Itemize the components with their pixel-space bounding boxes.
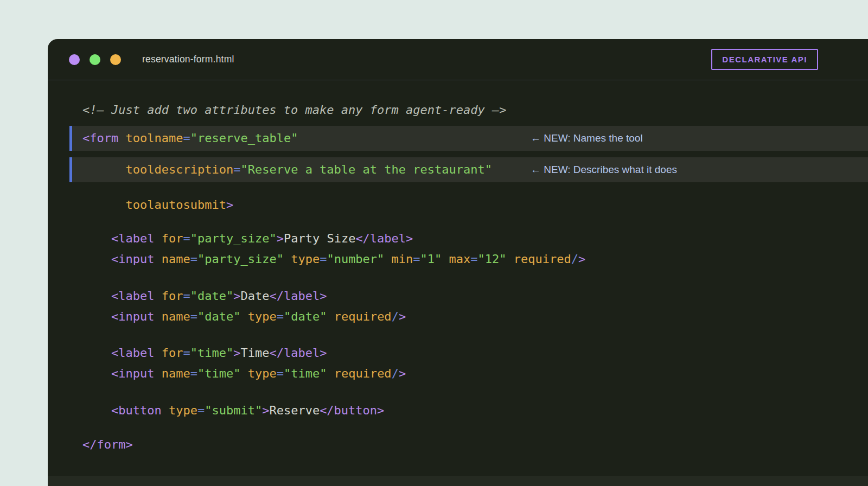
code-tokens: <button type="submit">Reserve</button> bbox=[82, 404, 384, 417]
code-line: <label for="time">Time</label> bbox=[48, 343, 868, 363]
code-tokens: <label for="party_size">Party Size</labe… bbox=[82, 232, 413, 245]
code-gap bbox=[48, 182, 868, 195]
code-editor-window: reservation-form.html DECLARATIVE API <!… bbox=[48, 39, 868, 486]
code-line: <input name="time" type="time" required/… bbox=[48, 363, 868, 384]
code-line: <input name="party_size" type="number" m… bbox=[48, 249, 868, 270]
code-tokens: <label for="time">Time</label> bbox=[82, 346, 327, 360]
code-tokens: </form> bbox=[82, 438, 133, 451]
inline-annotation: ← NEW: Names the tool bbox=[531, 126, 643, 151]
window-title: reservation-form.html bbox=[142, 54, 234, 65]
code-gap bbox=[48, 327, 868, 343]
code-gap bbox=[48, 421, 868, 434]
code-tokens: <input name="time" type="time" required/… bbox=[82, 367, 406, 380]
declarative-api-badge: DECLARATIVE API bbox=[711, 49, 818, 70]
window-titlebar: reservation-form.html DECLARATIVE API bbox=[48, 39, 868, 80]
code-line: <label for="party_size">Party Size</labe… bbox=[48, 228, 868, 249]
window-control-minimize-icon[interactable] bbox=[90, 54, 100, 65]
code-gap bbox=[48, 384, 868, 400]
code-tokens: <input name="party_size" type="number" m… bbox=[82, 252, 585, 266]
code-line: <label for="date">Date</label> bbox=[48, 286, 868, 306]
inline-annotation: ← NEW: Describes what it does bbox=[531, 157, 677, 182]
highlight-bar bbox=[69, 157, 72, 182]
window-control-maximize-icon[interactable] bbox=[110, 54, 121, 65]
code-line: <button type="submit">Reserve</button> bbox=[48, 400, 868, 421]
code-tokens: <label for="date">Date</label> bbox=[82, 289, 327, 303]
code-gap bbox=[48, 270, 868, 286]
highlighted-code-line: tooldescription="Reserve a table at the … bbox=[69, 157, 868, 182]
code-comment-line: <!— Just add two attributes to make any … bbox=[48, 100, 868, 120]
code-line: <input name="date" type="date" required/… bbox=[48, 306, 868, 327]
code-gap bbox=[48, 215, 868, 228]
code-gap bbox=[48, 120, 868, 126]
highlighted-code-line: <form toolname="reserve_table"← NEW: Nam… bbox=[69, 126, 868, 151]
code-tokens: <!— Just add two attributes to make any … bbox=[82, 103, 506, 117]
code-area: <!— Just add two attributes to make any … bbox=[48, 80, 868, 455]
window-footer-strip bbox=[48, 476, 868, 486]
code-tokens: tooldescription="Reserve a table at the … bbox=[82, 163, 492, 176]
code-line: toolautosubmit> bbox=[48, 195, 868, 215]
code-tokens: <form toolname="reserve_table" bbox=[82, 131, 298, 145]
code-tokens: <input name="date" type="date" required/… bbox=[82, 310, 406, 323]
code-gap bbox=[48, 151, 868, 157]
traffic-light-buttons bbox=[69, 54, 121, 65]
code-line: </form> bbox=[48, 434, 868, 455]
window-control-close-icon[interactable] bbox=[69, 54, 80, 65]
code-tokens: toolautosubmit> bbox=[82, 198, 233, 212]
highlight-bar bbox=[69, 126, 72, 151]
